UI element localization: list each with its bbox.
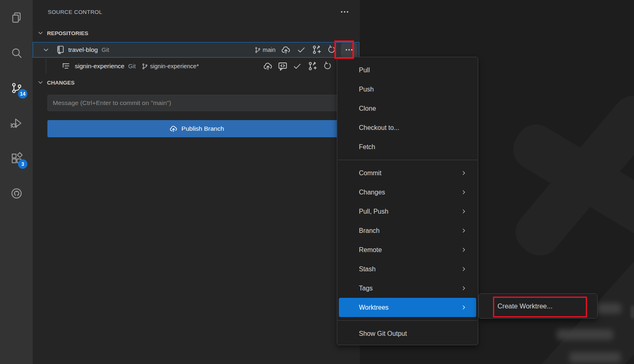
views-more-actions-button[interactable] [338,6,351,18]
sync-changes-button[interactable] [325,44,338,56]
chevron-down-icon [42,46,50,54]
sync-changes-button[interactable] [321,60,334,72]
vscode-window: 143 SOURCE CONTROL REPOSITORIES travel-b… [0,0,634,364]
activity-item-source-control[interactable]: 14 [0,70,33,105]
chevron-down-icon [37,29,44,37]
menu-item-label: Tags [359,285,373,292]
refresh-icon [323,61,332,71]
chevron-right-icon [460,285,467,292]
worktree-branch-label: signin-experience* [150,63,199,69]
worktree-name: signin-experience [75,63,125,70]
menu-item-label: Pull, Push [359,208,388,215]
blurred-text [569,352,621,363]
commit-message-input[interactable] [47,95,346,111]
git-pull-request-create-icon [307,61,318,71]
repo-name: travel-blog [68,46,98,54]
check-icon [296,45,306,55]
menu-item-label: Show Git Output [359,330,407,337]
comment-code-icon [277,61,288,72]
worktree-branch-button[interactable]: signin-experience* [141,63,199,70]
chevron-right-icon [460,208,467,215]
ellipsis-icon [344,45,354,55]
publish-action-button[interactable] [280,44,292,56]
activity-badge: 14 [18,89,27,98]
search-icon [10,47,23,59]
activity-bar: 143 [0,0,33,364]
menu-item-clone[interactable]: Clone [339,99,476,118]
cloud-upload-icon [281,45,291,55]
repo-provider-label: Git [101,47,109,53]
menu-item-checkout-to[interactable]: Checkout to... [339,118,476,137]
menu-item-worktrees[interactable]: Worktrees [339,298,476,317]
source-control-sidebar: SOURCE CONTROL REPOSITORIES travel-blog … [33,0,360,364]
menu-item-stash[interactable]: Stash [339,259,476,279]
changes-section-header[interactable]: CHANGES [33,75,360,90]
activity-item-search[interactable] [0,35,33,70]
cloud-upload-icon [169,125,178,133]
chevron-right-icon [460,189,467,196]
activity-badge: 3 [18,159,27,169]
checkout-branch-button[interactable]: main [254,47,276,54]
menu-item-pull[interactable]: Pull [339,60,476,80]
cloud-upload-icon [263,61,273,71]
activity-item-github[interactable] [0,176,33,211]
menu-item-label: Push [359,86,374,93]
menu-item-branch[interactable]: Branch [339,221,476,240]
menu-item-label: Commit [359,170,381,177]
menu-item-create-worktree[interactable]: Create Worktree... [497,302,553,310]
activity-item-explorer[interactable] [0,0,33,35]
create-pull-request-button[interactable] [311,44,323,56]
menu-item-label: Pull [359,67,370,74]
git-pull-request-create-icon [311,45,322,55]
sidebar-header: SOURCE CONTROL [33,0,360,23]
publish-branch-button[interactable]: Publish Branch [47,120,346,137]
menu-item-label: Worktrees [359,304,389,311]
refresh-icon [327,45,336,55]
menu-item-label: Fetch [359,143,375,151]
github-icon [10,187,23,200]
publish-action-button[interactable] [262,60,274,72]
menu-item-commit[interactable]: Commit [339,163,476,183]
menu-item-push[interactable]: Push [339,80,476,99]
chevron-right-icon [460,227,467,234]
commit-action-button[interactable] [291,60,303,72]
menu-separator [338,320,477,321]
debug-icon [10,117,23,130]
menu-item-show-git-output[interactable]: Show Git Output [339,324,476,343]
repo-more-actions-button[interactable] [341,43,357,57]
git-context-menu: PullPushCloneCheckout to...FetchCommitCh… [337,57,478,345]
git-branch-icon [141,63,148,70]
repo-row-actions: main [254,43,359,57]
worktree-row-signin-experience[interactable]: signin-experience Git signin-experience* [33,58,360,74]
menu-item-label: Checkout to... [359,124,399,132]
menu-item-remote[interactable]: Remote [339,240,476,259]
activity-item-extensions[interactable]: 3 [0,141,33,176]
menu-item-label: Remote [359,246,382,254]
chevron-right-icon [460,266,467,272]
menu-item-tags[interactable]: Tags [339,279,476,298]
blurred-text [557,329,613,340]
check-icon [292,61,302,71]
chevron-right-icon [460,170,467,176]
commit-action-button[interactable] [295,44,307,56]
menu-item-fetch[interactable]: Fetch [339,137,476,156]
review-comment-button[interactable] [276,60,289,72]
repo-row-travel-blog[interactable]: travel-blog Git main [33,42,359,58]
repo-icon [56,45,65,55]
worktree-provider-label: Git [128,63,136,69]
chevron-down-icon [37,79,44,86]
menu-item-changes[interactable]: Changes [339,183,476,202]
repositories-section-header[interactable]: REPOSITORIES [33,25,360,41]
git-branch-icon [254,47,261,54]
menu-separator [338,160,477,160]
menu-item-label: Changes [359,189,385,196]
menu-item-pull-push[interactable]: Pull, Push [339,202,476,221]
create-pull-request-button[interactable] [307,60,319,72]
activity-item-run-debug[interactable] [0,105,33,141]
blurred-text [631,306,634,319]
publish-branch-label: Publish Branch [181,125,224,132]
menu-item-label: Clone [359,105,376,112]
indent-guide [46,58,46,74]
files-icon [10,11,23,24]
sidebar-title: SOURCE CONTROL [48,9,102,15]
